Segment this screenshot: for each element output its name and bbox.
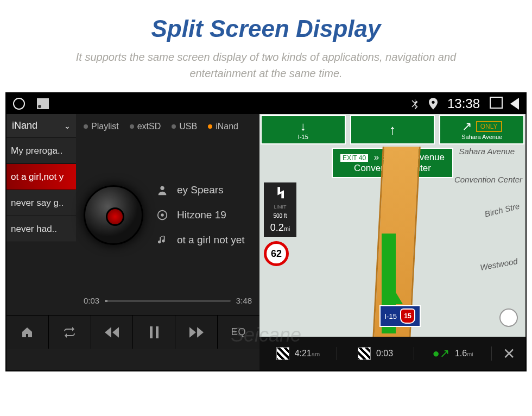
- svg-rect-3: [150, 326, 153, 338]
- dot-icon: ●↗: [433, 346, 449, 361]
- album-icon: [155, 208, 169, 222]
- prev-button[interactable]: [91, 316, 134, 349]
- highway-sign-freeway: ↓ I-15: [261, 115, 346, 144]
- nav-bottom-bar: 4:21am 0:03 ●↗ 1.6mi ✕: [259, 337, 525, 370]
- media-controls: EQ: [7, 315, 259, 349]
- media-pane: iNand ⌄ My preroga.. ot a girl,not y nev…: [7, 114, 259, 370]
- device-frame: 13:38 iNand ⌄ My preroga.. ot a girl,not…: [5, 92, 527, 371]
- limit-label: LIMIT: [274, 204, 286, 210]
- multiwindow-icon[interactable]: [490, 99, 501, 109]
- tab-usb[interactable]: USB: [172, 122, 197, 131]
- checkered-flag-icon: [358, 347, 371, 360]
- highway-sign-street: ↗ ONLY Sahara Avenue: [439, 115, 524, 144]
- tab-extsd[interactable]: extSD: [130, 122, 161, 131]
- map-street-label: Sahara Avenue: [459, 147, 515, 156]
- compass-icon[interactable]: [499, 308, 518, 327]
- limit-footer: 500 ft: [273, 213, 287, 219]
- eq-button[interactable]: EQ: [218, 316, 259, 349]
- track-label: ot a girl not yet: [177, 234, 245, 246]
- turn-distance-box: LIMIT 500 ft 0.2mi: [264, 182, 296, 237]
- page-title: Split Screen Display: [0, 0, 532, 49]
- speed-limit-sign: 62: [264, 241, 289, 266]
- playlist-item[interactable]: My preroga..: [7, 138, 76, 164]
- playlist-column: iNand ⌄ My preroga.. ot a girl,not y nev…: [7, 114, 76, 315]
- total-time: 3:48: [236, 296, 252, 305]
- map-street-label: Birch Stre: [484, 201, 521, 218]
- map-street-label: Westwood: [479, 256, 518, 272]
- album-art-disc: [84, 185, 143, 245]
- progress-bar[interactable]: [105, 300, 231, 302]
- vehicle-cursor-icon: [383, 288, 403, 304]
- checkered-flag-icon: [276, 347, 289, 360]
- page-subtitle: It supports the same screen display of t…: [0, 49, 532, 92]
- tab-playlist[interactable]: Playlist: [84, 122, 119, 131]
- next-button[interactable]: [175, 316, 218, 349]
- close-nav-button[interactable]: ✕: [492, 345, 525, 363]
- recent-apps-icon[interactable]: [13, 98, 25, 110]
- pause-button[interactable]: [133, 316, 175, 349]
- playlist-item[interactable]: ot a girl,not y: [7, 164, 76, 190]
- trip-time-segment[interactable]: 0:03: [337, 347, 415, 360]
- exit-tag: EXIT 40: [340, 154, 368, 162]
- chevron-down-icon: ⌄: [64, 122, 71, 130]
- trip-distance-segment[interactable]: ●↗ 1.6mi: [414, 346, 492, 361]
- svg-rect-4: [156, 326, 159, 338]
- playlist-item[interactable]: never say g..: [7, 190, 76, 216]
- highway-sign-straight: ↑: [350, 115, 435, 144]
- close-icon: ✕: [503, 345, 515, 363]
- track-icon: [155, 233, 169, 247]
- statusbar: 13:38: [7, 93, 525, 114]
- source-dropdown[interactable]: iNand ⌄: [7, 114, 76, 138]
- nav-pane[interactable]: ↓ I-15 ↑ ↗ ONLY Sahara Avenue EXIT 40 » …: [259, 114, 525, 370]
- back-icon[interactable]: [510, 98, 519, 110]
- home-button[interactable]: [7, 316, 49, 349]
- interstate-badge-icon: 15: [400, 308, 415, 324]
- elapsed-time: 0:03: [84, 296, 99, 305]
- bluetooth-icon: [410, 98, 419, 110]
- location-icon: [429, 98, 438, 110]
- svg-point-0: [160, 186, 164, 190]
- tab-inand[interactable]: iNand: [208, 122, 238, 131]
- status-time: 13:38: [447, 96, 480, 111]
- gallery-icon[interactable]: [37, 98, 49, 109]
- source-tabs: Playlist extSD USB iNand: [84, 118, 252, 137]
- album-label: Hitzone 19: [177, 209, 226, 221]
- only-badge: ONLY: [476, 121, 502, 132]
- source-selected-label: iNand: [12, 120, 37, 131]
- artist-icon: [155, 183, 169, 197]
- map-street-label: Convention Center: [454, 175, 522, 184]
- route-shield: I-15 15: [379, 305, 421, 327]
- repeat-button[interactable]: [49, 316, 91, 349]
- artist-label: ey Spears: [177, 184, 224, 196]
- playlist-item[interactable]: never had..: [7, 216, 76, 242]
- svg-point-2: [161, 213, 164, 217]
- eta-segment[interactable]: 4:21am: [259, 347, 337, 360]
